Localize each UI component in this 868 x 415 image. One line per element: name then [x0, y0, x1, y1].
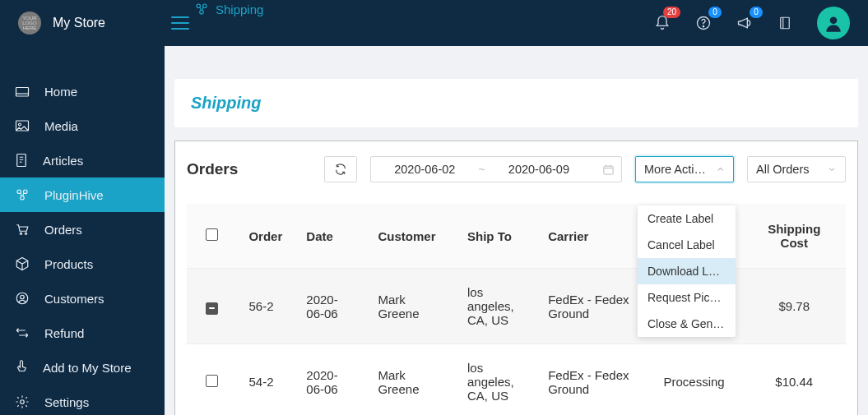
svg-point-0: [197, 4, 201, 8]
topbar: YOUR LOGO HERE My Store Shipping 20 0: [0, 0, 868, 46]
cell-ship-to: los angeles, CA, US: [456, 344, 536, 416]
more-actions-menu: Create Label Cancel Label Download La… R…: [638, 205, 736, 337]
svg-point-12: [24, 190, 28, 194]
col-ship-to: Ship To: [456, 204, 536, 269]
sidebar-item-label: Add to My Store: [43, 361, 132, 375]
refresh-button[interactable]: [324, 156, 357, 182]
sidebar-item-pluginhive[interactable]: PluginHive: [0, 178, 165, 212]
col-customer: Customer: [366, 204, 456, 269]
date-to: 2020-06-09: [508, 163, 569, 176]
sidebar-item-label: Media: [44, 119, 78, 133]
svg-rect-5: [781, 17, 790, 29]
announcements-button[interactable]: 0: [736, 15, 753, 31]
breadcrumb[interactable]: Shipping: [194, 2, 263, 16]
book-icon: [777, 15, 792, 31]
menu-item-request-pickup[interactable]: Request Pick…: [638, 284, 736, 311]
page-title-card: Shipping: [174, 79, 858, 127]
breadcrumb-label: Shipping: [216, 2, 263, 16]
chevron-down-icon: [827, 164, 837, 174]
sidebar: Home Media Articles PluginHive Orders Pr…: [0, 46, 165, 415]
orders-filter-label: All Orders: [756, 163, 809, 176]
date-separator: ~: [478, 163, 485, 176]
pointer-icon: [15, 360, 28, 375]
table-row[interactable]: 54-2 2020-06-06 Mark Greene los angeles,…: [187, 344, 846, 416]
sidebar-item-media[interactable]: Media: [0, 108, 165, 143]
user-circle-icon: [15, 291, 30, 306]
cell-customer: Mark Greene: [366, 344, 456, 416]
cell-ship-to: los angeles, CA, US: [456, 269, 536, 344]
cell-order: 54-2: [237, 344, 295, 416]
col-carrier: Carrier: [536, 204, 646, 269]
notifications-badge: 20: [663, 7, 680, 18]
brand-name: My Store: [53, 16, 105, 30]
sidebar-item-label: Customers: [44, 292, 104, 306]
date-range-picker[interactable]: 2020-06-02 ~ 2020-06-09: [370, 156, 622, 182]
sidebar-item-add-to-store[interactable]: Add to My Store: [0, 350, 165, 385]
more-actions-select[interactable]: More Actio…: [635, 156, 734, 182]
orders-section-title: Orders: [187, 160, 238, 178]
cell-order: 56-2: [237, 269, 295, 344]
cell-status: Processing: [646, 344, 743, 416]
orders-table-head: Order Date Customer Ship To Carrier Ship…: [187, 204, 846, 269]
sidebar-item-label: PluginHive: [44, 188, 104, 202]
calendar-icon: [602, 164, 615, 176]
cell-carrier: FedEx - Fedex Ground: [536, 269, 646, 344]
orders-filter-select[interactable]: All Orders: [747, 156, 846, 182]
svg-point-18: [21, 400, 25, 404]
orders-table-body: 56-2 2020-06-06 Mark Greene los angeles,…: [187, 269, 846, 416]
table-row[interactable]: 56-2 2020-06-06 Mark Greene los angeles,…: [187, 269, 846, 344]
help-button[interactable]: 0: [695, 15, 712, 31]
articles-icon: [15, 153, 28, 168]
megaphone-icon: [736, 15, 753, 31]
select-all-checkbox[interactable]: [206, 228, 218, 241]
menu-item-download-label[interactable]: Download La…: [638, 258, 736, 284]
sidebar-item-home[interactable]: Home: [0, 74, 165, 108]
svg-rect-19: [604, 166, 613, 174]
menu-item-create-label[interactable]: Create Label: [638, 205, 736, 232]
col-date: Date: [295, 204, 366, 269]
cart-icon: [15, 223, 30, 236]
home-icon: [15, 85, 30, 98]
sidebar-item-label: Home: [44, 85, 77, 99]
shipping-icon: [194, 2, 209, 16]
sidebar-item-customers[interactable]: Customers: [0, 281, 165, 316]
sidebar-item-refund[interactable]: Refund: [0, 316, 165, 350]
help-badge: 0: [708, 7, 722, 18]
menu-toggle[interactable]: [171, 16, 189, 30]
sidebar-item-label: Settings: [44, 395, 89, 409]
svg-point-6: [830, 16, 838, 24]
page-title: Shipping: [191, 94, 842, 113]
cell-date: 2020-06-06: [295, 269, 366, 344]
menu-item-cancel-label[interactable]: Cancel Label: [638, 232, 736, 258]
sidebar-item-products[interactable]: Products: [0, 247, 165, 281]
sidebar-item-label: Orders: [44, 223, 82, 237]
pluginhive-icon: [15, 187, 30, 202]
notifications-button[interactable]: 20: [654, 15, 671, 31]
docs-button[interactable]: [777, 15, 792, 31]
cell-customer: Mark Greene: [366, 269, 456, 344]
row-checkbox[interactable]: [206, 302, 218, 315]
sidebar-item-label: Refund: [44, 326, 84, 340]
brand-logo-text: YOUR LOGO HERE: [22, 16, 36, 30]
chevron-up-icon: [716, 164, 725, 174]
orders-card: Orders 2020-06-02 ~ 2020-06-09 More Acti…: [174, 141, 858, 415]
sidebar-item-orders[interactable]: Orders: [0, 212, 165, 247]
announcements-badge: 0: [750, 7, 763, 18]
sidebar-item-label: Articles: [43, 154, 83, 168]
svg-point-1: [203, 4, 207, 8]
svg-point-9: [19, 123, 21, 126]
menu-item-close-generate[interactable]: Close & Gen…: [638, 311, 736, 337]
sidebar-item-label: Products: [44, 257, 93, 271]
row-checkbox[interactable]: [206, 375, 218, 387]
col-cost: Shipping Cost: [743, 204, 846, 269]
cell-cost: $10.44: [743, 344, 846, 416]
date-from: 2020-06-02: [394, 163, 455, 176]
sidebar-item-articles[interactable]: Articles: [0, 143, 165, 178]
sidebar-item-settings[interactable]: Settings: [0, 385, 165, 415]
svg-rect-7: [16, 88, 29, 97]
refund-icon: [15, 327, 30, 339]
avatar[interactable]: [817, 7, 850, 39]
svg-point-13: [21, 196, 25, 201]
svg-point-2: [200, 11, 204, 15]
svg-point-15: [25, 233, 26, 234]
